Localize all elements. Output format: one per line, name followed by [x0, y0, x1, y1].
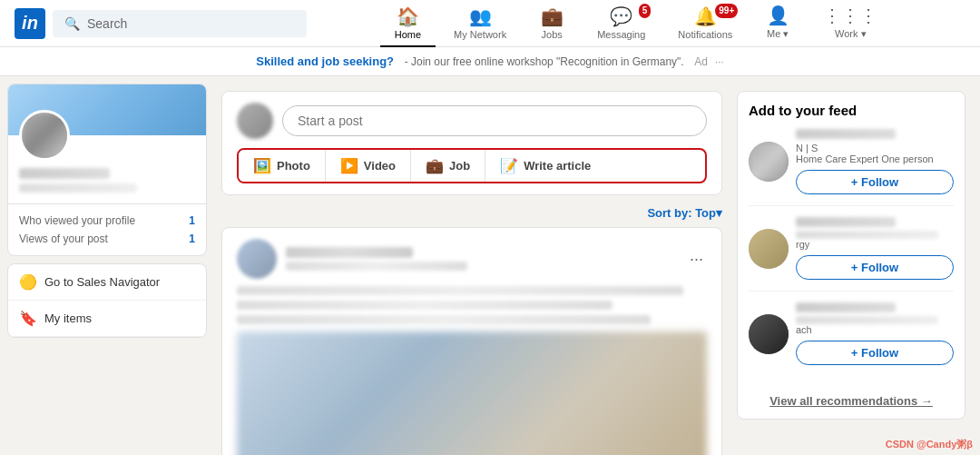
feed-suggestions: Add to your feed N | S Home Care Expert … [737, 91, 965, 420]
suggestion-item-2: rgy + Follow [749, 217, 954, 292]
my-network-icon: 👥 [469, 5, 492, 27]
me-icon: 👤 [767, 5, 789, 26]
nav-item-me[interactable]: 👤 Me ▾ [750, 0, 805, 47]
nav-label-jobs: Jobs [542, 29, 563, 40]
job-button[interactable]: 💼 Job [411, 150, 485, 182]
avatar-image [22, 113, 67, 158]
sidebar-menu: 🟡 Go to Sales Navigator 🔖 My items [7, 263, 207, 338]
ad-link[interactable]: Skilled and job seeking? [256, 54, 394, 68]
notifications-icon: 🔔 [694, 5, 717, 27]
left-sidebar: Who viewed your profile 1 Views of your … [7, 84, 207, 455]
avatar [19, 110, 70, 161]
video-button[interactable]: ▶️ Video [326, 150, 411, 182]
suggestion-name-blur-3 [796, 302, 896, 312]
watermark: CSDN @Candy粥β [886, 438, 973, 451]
post-header: ··· [222, 228, 721, 286]
feed-suggestions-title: Add to your feed [749, 103, 954, 118]
nav-item-home[interactable]: 🏠 Home [380, 0, 436, 47]
suggestion-sub-blur-3 [796, 316, 938, 324]
profile-card: Who viewed your profile 1 Views of your … [7, 84, 207, 256]
sales-navigator-icon: 🟡 [19, 273, 37, 291]
post-text-line1 [237, 286, 683, 295]
write-article-icon: 📝 [500, 157, 518, 174]
photo-label: Photo [277, 159, 310, 173]
nav-label-notifications: Notifications [678, 29, 732, 40]
suggestion-sub-2c: ach [796, 324, 954, 335]
stat-count-post-views: 1 [189, 232, 195, 245]
nav-label-messaging: Messaging [597, 29, 645, 40]
ad-more-icon[interactable]: ··· [715, 55, 724, 68]
search-bar[interactable]: 🔍 [53, 10, 307, 37]
home-icon: 🏠 [397, 5, 419, 27]
composer-actions: 🖼️ Photo ▶️ Video 💼 Job 📝 Write article [237, 148, 707, 183]
navbar: in 🔍 🏠 Home 👥 My Network 💼 Jobs 💬 5 Mess… [0, 0, 980, 47]
suggestion-item-1: N | S Home Care Expert One person + Foll… [749, 129, 954, 206]
profile-banner [8, 84, 206, 135]
content-row: Who viewed your profile 1 Views of your … [0, 76, 980, 455]
suggestion-avatar-3 [749, 314, 789, 354]
suggestion-sub-2b: rgy [796, 239, 954, 250]
suggestion-name-blur-2 [796, 217, 896, 227]
feed-post: ··· + Follow [221, 227, 722, 455]
sort-value[interactable]: Top [695, 206, 716, 220]
post-image [237, 331, 707, 455]
post-body [222, 286, 721, 455]
suggestion-name-blur-1 [796, 129, 896, 139]
sort-label: Sort by: [647, 206, 691, 220]
start-a-post-input[interactable] [282, 105, 707, 136]
sidebar-item-sales-navigator[interactable]: 🟡 Go to Sales Navigator [8, 264, 206, 301]
post-composer: 🖼️ Photo ▶️ Video 💼 Job 📝 Write article [221, 91, 722, 195]
composer-top [237, 103, 707, 139]
follow-button-2[interactable]: + Follow [796, 255, 954, 280]
job-icon: 💼 [426, 157, 444, 174]
sidebar-item-label-my-items: My items [44, 312, 92, 325]
stat-label-views: Who viewed your profile [19, 214, 135, 227]
write-article-label: Write article [524, 159, 591, 173]
nav-item-my-network[interactable]: 👥 My Network [439, 0, 521, 47]
suggestion-info-2: rgy + Follow [796, 217, 954, 280]
nav-item-work[interactable]: ⋮⋮⋮ Work ▾ [808, 0, 892, 47]
suggestion-info-3: ach + Follow [796, 302, 954, 365]
video-label: Video [364, 159, 396, 173]
profile-stats: Who viewed your profile 1 Views of your … [8, 203, 206, 255]
ad-label: Ad [694, 55, 708, 68]
work-icon: ⋮⋮⋮ [823, 5, 877, 26]
profile-name-blur [19, 168, 110, 179]
nav-label-my-network: My Network [454, 29, 506, 40]
sidebar-item-my-items[interactable]: 🔖 My items [8, 301, 206, 337]
sort-chevron-icon[interactable]: ▾ [716, 206, 722, 220]
right-sidebar: Add to your feed N | S Home Care Expert … [737, 84, 973, 455]
job-label: Job [449, 159, 470, 173]
profile-stat-views[interactable]: Who viewed your profile 1 [19, 212, 195, 230]
suggestion-sub-2a: Home Care Expert One person [796, 153, 934, 164]
post-more-icon[interactable]: ··· [686, 246, 707, 272]
linkedin-logo[interactable]: in [15, 8, 45, 39]
profile-stat-post-views[interactable]: Views of your post 1 [19, 230, 195, 248]
search-input[interactable] [87, 16, 295, 31]
follow-button-1[interactable]: + Follow [796, 170, 954, 194]
video-icon: ▶️ [340, 157, 358, 174]
nav-item-notifications[interactable]: 🔔 99+ Notifications [663, 0, 747, 47]
post-meta [286, 247, 677, 271]
profile-title-blur [19, 183, 137, 193]
suggestion-item-3: ach + Follow [749, 302, 954, 376]
suggestion-avatar-1 [749, 142, 789, 182]
search-icon: 🔍 [64, 16, 80, 31]
suggestion-sub-1: N | S [796, 143, 934, 153]
follow-button-3[interactable]: + Follow [796, 341, 954, 365]
sort-bar: Sort by: Top ▾ [221, 203, 722, 223]
nav-item-jobs[interactable]: 💼 Jobs [524, 0, 579, 47]
ad-text: - Join our free online workshop "Recogni… [405, 55, 684, 68]
post-sub-blur [286, 262, 467, 271]
photo-button[interactable]: 🖼️ Photo [239, 150, 326, 182]
write-article-button[interactable]: 📝 Write article [485, 150, 605, 182]
center-feed: 🖼️ Photo ▶️ Video 💼 Job 📝 Write article [214, 84, 730, 455]
view-all-recommendations-link[interactable]: View all recommendations → [749, 387, 954, 408]
suggestion-avatar-2 [749, 229, 789, 269]
stat-label-post-views: Views of your post [19, 232, 108, 245]
post-text-line3 [237, 315, 651, 324]
nav-label-home: Home [395, 29, 421, 40]
nav-item-messaging[interactable]: 💬 5 Messaging [583, 0, 660, 47]
messaging-icon: 💬 [610, 5, 632, 27]
photo-icon: 🖼️ [253, 157, 271, 174]
